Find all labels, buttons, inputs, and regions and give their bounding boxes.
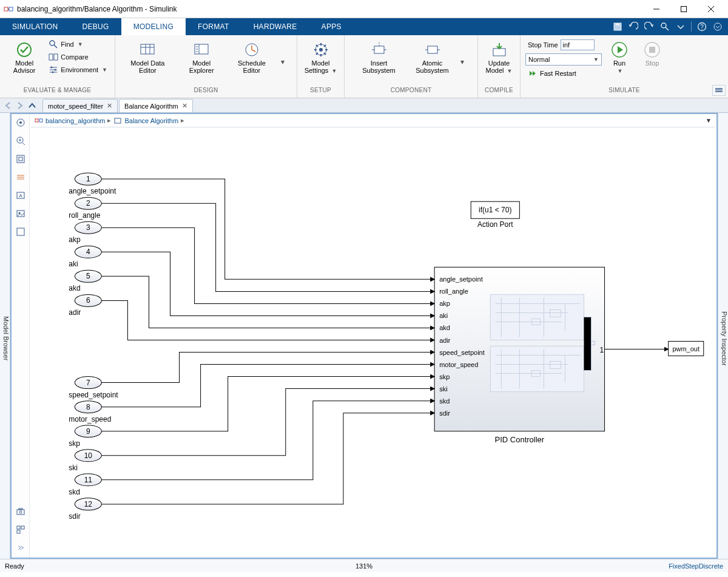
svg-rect-39 bbox=[17, 510, 24, 515]
model-data-editor-button[interactable]: Model Data Editor bbox=[123, 39, 172, 76]
crumb-root[interactable]: balancing_algorithm bbox=[46, 117, 105, 124]
stop-button: Stop bbox=[637, 39, 667, 69]
inport-block[interactable]: 7speed_setpoint bbox=[69, 377, 118, 399]
annotation-icon[interactable]: A bbox=[15, 189, 27, 201]
doctab-motor-speed-filter[interactable]: motor_speed_filter✕ bbox=[42, 99, 118, 112]
redo-icon[interactable] bbox=[644, 21, 655, 32]
zoom-icon[interactable] bbox=[15, 135, 27, 147]
save-icon[interactable] bbox=[612, 21, 623, 32]
tab-apps[interactable]: APPS bbox=[309, 18, 354, 35]
nav-back-button[interactable] bbox=[2, 100, 13, 111]
inport-block[interactable]: 1angle_setpoint bbox=[69, 173, 116, 195]
undo-icon[interactable] bbox=[628, 21, 639, 32]
svg-text:ski: ski bbox=[439, 385, 447, 393]
environment-button[interactable]: Environment▼ bbox=[46, 64, 110, 75]
model-settings-button[interactable]: Model Settings ▼ bbox=[302, 39, 339, 77]
svg-rect-12 bbox=[54, 54, 58, 60]
find-button[interactable]: Find▼ bbox=[46, 39, 110, 50]
design-more-button[interactable]: ▾ bbox=[281, 58, 289, 66]
tab-hardware[interactable]: HARDWARE bbox=[241, 18, 309, 35]
expand-rail-icon[interactable] bbox=[15, 542, 27, 554]
svg-rect-16 bbox=[141, 44, 154, 54]
section-foot-evaluate: EVALUATE & MANAGE bbox=[0, 87, 115, 98]
pid-controller-block[interactable]: angle_setpointroll_angleakpakiakdadirspe… bbox=[434, 267, 604, 444]
status-zoom[interactable]: 131% bbox=[356, 562, 372, 570]
schedule-editor-button[interactable]: Schedule Editor bbox=[231, 39, 273, 76]
viewmarks-icon[interactable] bbox=[15, 524, 27, 536]
update-model-button[interactable]: Update Model ▼ bbox=[483, 39, 515, 77]
inport-block[interactable]: 5akd bbox=[69, 270, 101, 292]
nav-forward-button[interactable] bbox=[15, 100, 25, 111]
area-icon[interactable] bbox=[15, 226, 27, 238]
close-tab-icon[interactable]: ✕ bbox=[182, 102, 187, 110]
minimize-button[interactable] bbox=[642, 1, 670, 18]
svg-point-20 bbox=[319, 48, 323, 52]
close-tab-icon[interactable]: ✕ bbox=[107, 102, 112, 110]
model-explorer-button[interactable]: Model Explorer bbox=[180, 39, 223, 76]
svg-text:7: 7 bbox=[86, 379, 90, 387]
insert-subsystem-button[interactable]: Insert Subsystem bbox=[354, 39, 405, 76]
canvas-palette: A bbox=[12, 114, 30, 558]
tab-simulation[interactable]: SIMULATION bbox=[0, 18, 70, 35]
status-solver[interactable]: FixedStepDiscrete bbox=[669, 562, 723, 570]
svg-rect-101 bbox=[490, 346, 584, 392]
svg-point-15 bbox=[52, 72, 54, 73]
inport-block[interactable]: 3akp bbox=[69, 221, 101, 244]
document-tabs: motor_speed_filter✕ Balance Algorithm✕ bbox=[0, 98, 728, 113]
expand-icon[interactable] bbox=[712, 21, 723, 32]
svg-point-8 bbox=[714, 23, 721, 30]
inport-block[interactable]: 4aki bbox=[69, 246, 101, 268]
component-more-button[interactable]: ▾ bbox=[460, 58, 469, 66]
toggle-sample-icon[interactable] bbox=[15, 171, 27, 183]
inport-block[interactable]: 10ski bbox=[69, 450, 101, 472]
inport-block[interactable]: 12sdir bbox=[69, 498, 101, 521]
model-browser-rail[interactable]: Model Browser bbox=[0, 113, 10, 559]
simulation-mode-select[interactable]: Normal▼ bbox=[525, 53, 602, 66]
model-advisor-button[interactable]: Model Advisor bbox=[5, 39, 44, 76]
inport-block[interactable]: 6adir bbox=[69, 294, 101, 317]
doctab-balance-algorithm[interactable]: Balance Algorithm✕ bbox=[119, 99, 193, 112]
tab-format[interactable]: FORMAT bbox=[186, 18, 241, 35]
compare-icon bbox=[49, 52, 58, 62]
crumb-sub[interactable]: Balance Algorithm bbox=[124, 117, 178, 124]
outport-block[interactable]: pwm_out bbox=[669, 341, 704, 356]
fast-restart-icon bbox=[528, 69, 538, 78]
breadcrumb-dropdown[interactable]: ▼ bbox=[706, 117, 712, 124]
svg-text:akp: akp bbox=[439, 300, 450, 307]
svg-text:skp: skp bbox=[439, 373, 450, 380]
run-button[interactable]: Run▼ bbox=[604, 39, 635, 77]
compare-button[interactable]: Compare bbox=[46, 52, 110, 62]
search-qat-icon[interactable] bbox=[659, 21, 670, 32]
close-button[interactable] bbox=[697, 1, 724, 18]
stop-time-input[interactable] bbox=[561, 39, 595, 50]
svg-text:adir: adir bbox=[69, 308, 81, 317]
hide-toolstrip-button[interactable] bbox=[712, 85, 726, 96]
fast-restart-button[interactable]: Fast Restart bbox=[525, 68, 602, 79]
tab-debug[interactable]: DEBUG bbox=[70, 18, 121, 35]
hide-browser-icon[interactable] bbox=[15, 116, 27, 129]
status-bar: Ready 131% FixedStepDiscrete bbox=[0, 559, 728, 572]
action-port-block[interactable]: if(u1 < 70) Action Port bbox=[471, 201, 519, 229]
overflow-icon[interactable] bbox=[675, 21, 686, 32]
simulink-icon bbox=[4, 4, 13, 14]
chevron-right-icon: ▸ bbox=[181, 116, 184, 124]
svg-rect-41 bbox=[19, 508, 22, 510]
fit-icon[interactable] bbox=[15, 153, 27, 165]
inport-block[interactable]: 9skp bbox=[69, 425, 101, 448]
nav-up-button[interactable] bbox=[27, 100, 38, 111]
inport-block[interactable]: 8motor_speed bbox=[69, 401, 111, 423]
svg-text:Action Port: Action Port bbox=[477, 220, 513, 229]
property-inspector-rail[interactable]: Property Inspector bbox=[718, 113, 728, 559]
svg-rect-11 bbox=[49, 54, 53, 60]
menu-tabs: SIMULATION DEBUG MODELING FORMAT HARDWAR… bbox=[0, 18, 728, 35]
diagram-canvas[interactable]: 1angle_setpoint2roll_angle3akp4aki5akd6a… bbox=[30, 127, 716, 558]
screenshot-icon[interactable] bbox=[15, 505, 27, 518]
tab-modeling[interactable]: MODELING bbox=[121, 18, 186, 35]
image-icon[interactable] bbox=[15, 208, 27, 220]
atomic-subsystem-button[interactable]: Atomic Subsystem bbox=[407, 39, 458, 76]
svg-text:?: ? bbox=[700, 24, 704, 30]
inport-block[interactable]: 2roll_angle bbox=[69, 197, 101, 220]
maximize-button[interactable] bbox=[670, 1, 697, 18]
inport-block[interactable]: 11skd bbox=[69, 474, 101, 496]
help-icon[interactable]: ? bbox=[696, 21, 707, 32]
